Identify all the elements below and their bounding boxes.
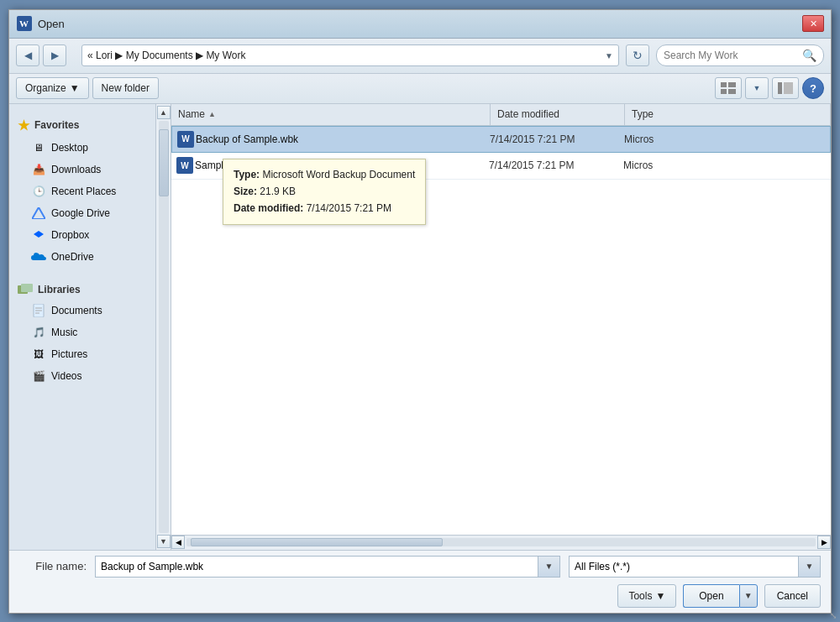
h-scroll-track[interactable] [186, 538, 816, 546]
music-icon: 🎵 [31, 326, 46, 339]
desktop-icon: 🖥 [31, 141, 46, 154]
svg-text:W: W [19, 18, 29, 29]
pictures-icon: 🖼 [31, 348, 46, 361]
titlebar: W Open ✕ [9, 10, 831, 39]
dropbox-icon [31, 228, 46, 242]
help-button[interactable]: ? [802, 77, 824, 99]
sidebar-item-downloads[interactable]: 📥 Downloads [9, 159, 155, 180]
path-dropdown-arrow[interactable]: ▼ [605, 51, 613, 60]
main-content: ★ Favorites 🖥 Desktop 📥 Downloads 🕒 Rece… [9, 104, 831, 550]
h-scroll-right-button[interactable]: ▶ [817, 536, 831, 549]
scroll-thumb[interactable] [159, 129, 169, 196]
favorites-header: ★ Favorites [9, 112, 155, 137]
sidebar-item-google-drive[interactable]: Google Drive [9, 202, 155, 224]
new-folder-button[interactable]: New folder [92, 77, 159, 99]
file-name: Backup of Sample.wbk [196, 133, 490, 145]
sidebar-item-recent-places[interactable]: 🕒 Recent Places [9, 180, 155, 202]
vertical-scrollbar[interactable]: ▲ ▼ [156, 104, 171, 550]
svg-rect-5 [728, 89, 736, 94]
file-icon: W [176, 129, 196, 149]
libraries-icon [18, 283, 33, 296]
scroll-up-button[interactable]: ▲ [157, 106, 171, 119]
sidebar-item-pictures[interactable]: 🖼 Pictures [9, 343, 155, 365]
bottom-bar: File name: ▼ ▼ Tools ▼ Open ▼ Cancel [9, 550, 831, 613]
dialog-title: Open [38, 18, 802, 30]
sidebar-item-documents[interactable]: Documents [9, 300, 155, 321]
search-button[interactable]: 🔍 [802, 49, 816, 62]
sidebar-item-videos[interactable]: 🎬 Videos [9, 365, 155, 387]
sidebar-item-desktop[interactable]: 🖥 Desktop [9, 137, 155, 159]
file-type: Micros [624, 133, 827, 145]
search-box: 🔍 [656, 44, 824, 66]
close-button[interactable]: ✕ [802, 15, 824, 32]
open-button[interactable]: Open [683, 584, 738, 608]
libraries-header: Libraries [9, 278, 155, 300]
filename-input[interactable] [95, 556, 538, 578]
filename-row: File name: ▼ ▼ [19, 556, 821, 578]
col-name-header[interactable]: Name ▲ [171, 104, 491, 125]
view-dropdown-button[interactable]: ▼ [745, 77, 769, 99]
scroll-down-button[interactable]: ▼ [157, 535, 171, 548]
file-list: W Backup of Sample.wbk 7/14/2015 7:21 PM… [171, 126, 831, 535]
path-text: « Lori ▶ My Documents ▶ My Work [87, 50, 605, 61]
organize-button[interactable]: Organize ▼ [16, 77, 89, 99]
navbar: ◀ ▶ « Lori ▶ My Documents ▶ My Work ▼ ↻ … [9, 39, 831, 74]
file-date: 7/14/2015 7:21 PM [489, 159, 623, 171]
svg-rect-11 [21, 284, 33, 292]
filename-label: File name: [19, 560, 87, 572]
horizontal-scrollbar[interactable]: ◀ ▶ [171, 535, 831, 550]
svg-rect-3 [728, 82, 736, 87]
path-bar[interactable]: « Lori ▶ My Documents ▶ My Work ▼ [81, 44, 619, 66]
filetype-input[interactable] [569, 556, 799, 578]
table-row[interactable]: W Backup of Sample.wbk 7/14/2015 7:21 PM… [171, 126, 831, 153]
open-button-wrap: Open ▼ [683, 584, 757, 608]
h-scroll-left-button[interactable]: ◀ [171, 536, 185, 549]
file-type: Micros [623, 159, 827, 171]
cancel-button[interactable]: Cancel [764, 584, 821, 608]
file-date: 7/14/2015 7:21 PM [490, 133, 624, 145]
sidebar: ★ Favorites 🖥 Desktop 📥 Downloads 🕒 Rece… [9, 104, 156, 550]
file-header: Name ▲ Date modified Type [171, 104, 831, 126]
forward-button[interactable]: ▶ [43, 44, 66, 66]
word-titlebar-icon: W [16, 15, 33, 32]
scroll-track[interactable] [159, 121, 169, 533]
filetype-dropdown[interactable]: ▼ [799, 556, 821, 578]
resize-handle[interactable]: ⤡ [830, 611, 837, 620]
google-drive-icon [31, 206, 46, 220]
filetype-wrap: ▼ [569, 556, 821, 578]
sidebar-item-onedrive[interactable]: OneDrive [9, 246, 155, 268]
file-icon: W [175, 155, 195, 175]
downloads-icon: 📥 [31, 163, 46, 176]
recent-places-icon: 🕒 [31, 185, 46, 198]
favorites-star-icon: ★ [18, 118, 29, 133]
refresh-button[interactable]: ↻ [626, 44, 649, 66]
action-row: Tools ▼ Open ▼ Cancel [19, 584, 821, 608]
onedrive-icon [31, 250, 46, 264]
sidebar-item-music[interactable]: 🎵 Music [9, 321, 155, 343]
col-date-header[interactable]: Date modified [491, 104, 625, 125]
svg-marker-9 [34, 231, 44, 238]
documents-icon [31, 304, 46, 317]
open-dropdown-button[interactable]: ▼ [739, 584, 758, 608]
file-tooltip: Type: Microsoft Word Backup DocumentSize… [223, 159, 426, 225]
tools-button[interactable]: Tools ▼ [617, 584, 676, 608]
svg-rect-4 [721, 89, 727, 94]
h-scroll-thumb[interactable] [191, 538, 443, 546]
filename-input-wrap: ▼ [95, 556, 560, 578]
sort-icon: ▲ [208, 110, 216, 118]
back-button[interactable]: ◀ [16, 44, 39, 66]
svg-rect-6 [778, 82, 782, 94]
search-input[interactable] [664, 50, 799, 61]
view-button[interactable] [715, 77, 742, 99]
svg-rect-7 [784, 82, 793, 94]
videos-icon: 🎬 [31, 369, 46, 383]
col-type-header[interactable]: Type [625, 104, 831, 125]
file-area: Name ▲ Date modified Type W Backup of Sa [171, 104, 831, 550]
svg-marker-8 [32, 207, 45, 219]
toolbar: Organize ▼ New folder ▼ ? [9, 74, 831, 104]
pane-button[interactable] [772, 77, 799, 99]
filename-dropdown[interactable]: ▼ [538, 556, 560, 578]
sidebar-item-dropbox[interactable]: Dropbox [9, 224, 155, 246]
svg-rect-2 [721, 82, 727, 87]
open-dialog: W Open ✕ ◀ ▶ « Lori ▶ My Documents ▶ My … [8, 9, 832, 614]
